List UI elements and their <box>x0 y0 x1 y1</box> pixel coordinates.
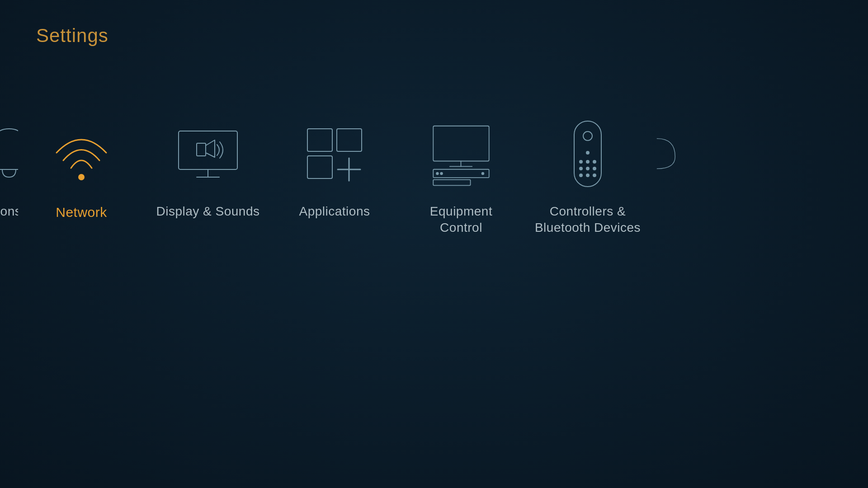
svg-rect-7 <box>307 156 332 178</box>
svg-rect-10 <box>433 126 489 161</box>
svg-point-21 <box>580 160 582 163</box>
controllers-bluetooth-label: Controllers & Bluetooth Devices <box>533 203 642 236</box>
applications-icon <box>298 117 371 190</box>
svg-rect-6 <box>337 129 362 151</box>
applications-label: Applications <box>299 203 370 220</box>
background-overlay <box>0 0 868 488</box>
display-sounds-label: Display & Sounds <box>156 203 259 220</box>
svg-point-20 <box>586 151 589 154</box>
svg-point-26 <box>593 167 596 170</box>
svg-point-24 <box>580 167 582 170</box>
notifications-label: fications <box>0 203 18 220</box>
settings-item-more[interactable] <box>651 113 696 208</box>
display-sounds-icon <box>172 117 244 190</box>
network-label: Network <box>56 203 107 221</box>
svg-point-25 <box>586 167 589 170</box>
svg-point-29 <box>593 174 596 177</box>
svg-point-0 <box>78 174 85 180</box>
more-icon <box>651 117 687 190</box>
page-title: Settings <box>36 25 108 47</box>
settings-item-network[interactable]: Network <box>18 113 145 225</box>
network-icon <box>45 117 118 190</box>
settings-item-controllers-bluetooth[interactable]: Controllers & Bluetooth Devices <box>524 113 651 241</box>
svg-point-23 <box>593 160 596 163</box>
settings-item-notifications[interactable]: fications <box>0 113 18 224</box>
svg-point-27 <box>580 174 582 177</box>
settings-item-applications[interactable]: Applications <box>271 113 398 224</box>
notifications-icon <box>0 117 18 190</box>
svg-point-16 <box>440 172 443 174</box>
svg-rect-5 <box>307 129 332 151</box>
svg-rect-1 <box>179 131 237 169</box>
equipment-control-label: Equipment Control <box>407 203 515 236</box>
svg-point-19 <box>583 131 592 141</box>
settings-grid: fications Network <box>0 113 868 241</box>
svg-point-28 <box>586 174 589 177</box>
settings-item-display-sounds[interactable]: Display & Sounds <box>145 113 271 224</box>
svg-rect-4 <box>197 143 206 156</box>
svg-point-15 <box>436 172 439 174</box>
equipment-control-icon <box>425 117 497 190</box>
settings-item-equipment-control[interactable]: Equipment Control <box>398 113 524 241</box>
svg-point-22 <box>586 160 589 163</box>
controllers-bluetooth-icon <box>552 117 624 190</box>
svg-rect-14 <box>433 179 470 185</box>
svg-point-17 <box>482 172 484 174</box>
